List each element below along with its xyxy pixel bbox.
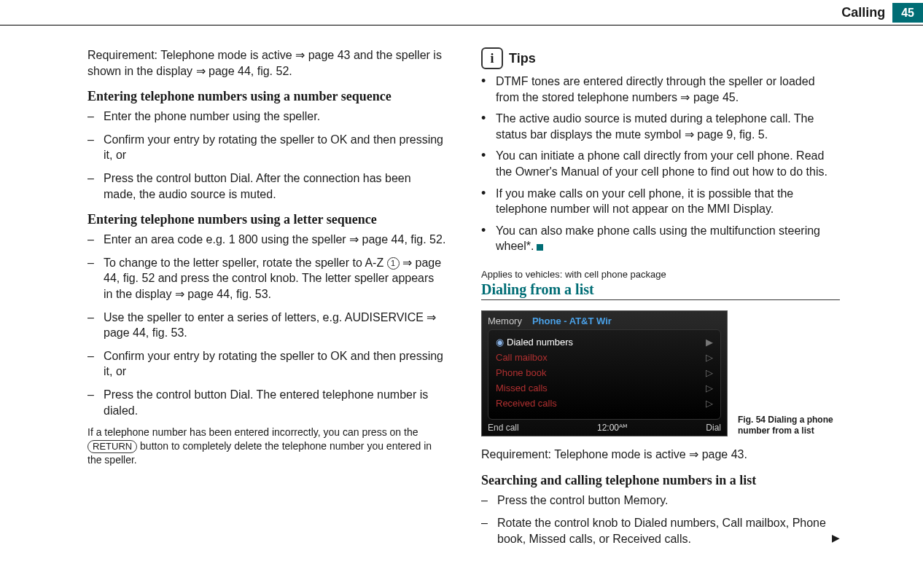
step: Rotate the control knob to Dialed number… [481, 515, 840, 546]
page-body: Requirement: Telephone mode is active ⇒ … [0, 26, 923, 568]
figure-caption: Fig. 54 Dialing a phone number from a li… [738, 415, 840, 436]
step: Confirm your entry by rotating the spell… [87, 132, 446, 163]
applies-to-note: Applies to vehicles: with cell phone pac… [481, 269, 840, 280]
tip-text: You can also make phone calls using the … [496, 224, 820, 253]
return-key-icon: RETURN [87, 440, 137, 453]
tip: If you make calls on your cell phone, it… [481, 186, 840, 217]
mmi-bottom-right: Dial [706, 423, 721, 433]
mmi-item-label: Phone book [496, 367, 546, 378]
chevron-right-icon: ▷ [706, 398, 713, 409]
step-text: Rotate the control knob to Dialed number… [497, 517, 826, 545]
chevron-right-icon: ▷ [706, 352, 713, 363]
step-text: To change to the letter speller, rotate … [104, 256, 387, 269]
step: Enter an area code e.g. 1 800 using the … [87, 232, 446, 248]
tips-heading: i Tips [481, 47, 840, 69]
step: Confirm your entry by rotating the spell… [87, 348, 446, 380]
tip: You can also make phone calls using the … [481, 223, 840, 254]
mmi-clock: 12:00ᴬᴹ [597, 423, 628, 433]
subheading-number-sequence: Entering telephone numbers using a numbe… [87, 89, 446, 104]
info-icon: i [481, 47, 503, 69]
tips-list: DTMF tones are entered directly through … [481, 74, 840, 254]
step: To change to the letter speller, rotate … [87, 255, 446, 302]
page-header: Calling 45 [0, 3, 923, 26]
section-name: Calling [834, 3, 892, 23]
mmi-item-label: Missed calls [496, 383, 548, 393]
steps-letter-sequence: Enter an area code e.g. 1 800 using the … [87, 232, 446, 418]
tip: The active audio source is muted during … [481, 111, 840, 142]
steps-searching: Press the control button Memory. Rotate … [481, 493, 840, 547]
end-of-section-icon [537, 244, 543, 251]
mmi-screenshot: Memory Phone - AT&T Wir ◉Dialed numbers▶… [481, 310, 728, 436]
mmi-menu-item: Received calls▷ [496, 396, 713, 411]
tip: DTMF tones are entered directly through … [481, 74, 840, 105]
mmi-menu-item: Missed calls▷ [496, 380, 713, 396]
chevron-right-icon: ▶ [706, 337, 713, 348]
left-column: Requirement: Telephone mode is active ⇒ … [87, 47, 446, 554]
mmi-menu: ◉Dialed numbers▶ Call mailbox▷ Phone boo… [488, 329, 721, 420]
continue-arrow-icon: ▶ [832, 531, 840, 545]
requirement-paragraph: Requirement: Telephone mode is active ⇒ … [481, 447, 840, 463]
page-number: 45 [892, 3, 923, 23]
mmi-item-label: Received calls [496, 398, 557, 409]
steps-number-sequence: Enter the phone number using the speller… [87, 109, 446, 202]
step: Press the control button Memory. [481, 493, 840, 509]
step: Use the speller to enter a series of let… [87, 310, 446, 341]
note-text: If a telephone number has been entered i… [87, 426, 418, 438]
callout-number-icon: 1 [387, 257, 400, 270]
tip: You can initiate a phone call directly f… [481, 148, 840, 179]
mmi-item-label: Dialed numbers [507, 337, 573, 348]
note-text: button to completely delete the telephon… [87, 440, 432, 466]
intro-paragraph: Requirement: Telephone mode is active ⇒ … [87, 47, 446, 79]
step: Press the control button Dial. After the… [87, 170, 446, 202]
mmi-bottom-left: End call [488, 423, 519, 433]
chevron-right-icon: ▷ [706, 383, 713, 393]
figure-row: Memory Phone - AT&T Wir ◉Dialed numbers▶… [481, 310, 840, 436]
note-paragraph: If a telephone number has been entered i… [87, 426, 446, 467]
mmi-title: Phone - AT&T Wir [532, 315, 612, 326]
section-title-dialing: Dialing from a list [481, 281, 840, 300]
step: Press the control button Dial. The enter… [87, 387, 446, 418]
step: Enter the phone number using the speller… [87, 109, 446, 125]
mmi-menu-item: Call mailbox▷ [496, 350, 713, 365]
mmi-menu-item: Phone book▷ [496, 365, 713, 380]
tips-label: Tips [509, 51, 536, 66]
mmi-menu-item-selected: ◉Dialed numbers▶ [496, 334, 713, 350]
right-column: i Tips DTMF tones are entered directly t… [481, 47, 840, 554]
mmi-corner-label: Memory [488, 315, 522, 326]
mmi-item-label: Call mailbox [496, 352, 548, 363]
chevron-right-icon: ▷ [706, 367, 713, 378]
subheading-letter-sequence: Entering telephone numbers using a lette… [87, 212, 446, 227]
subheading-searching: Searching and calling telephone numbers … [481, 473, 840, 488]
